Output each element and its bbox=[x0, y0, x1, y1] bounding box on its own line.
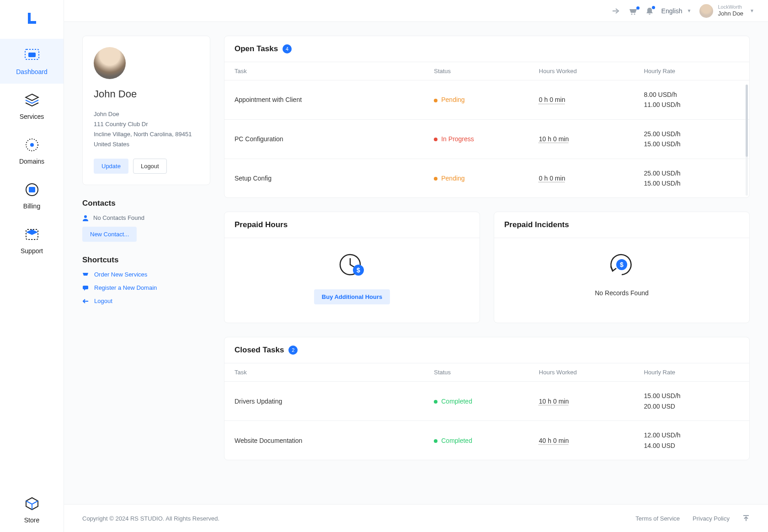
nav-label: Domains bbox=[19, 158, 44, 165]
new-contact-button[interactable]: New Contact... bbox=[82, 227, 137, 242]
nav-support[interactable]: Support bbox=[0, 218, 64, 263]
svg-point-7 bbox=[631, 13, 632, 15]
scroll-to-top-icon[interactable] bbox=[742, 515, 750, 522]
clock-money-icon: $ bbox=[338, 252, 366, 279]
nav-dashboard[interactable]: Dashboard bbox=[0, 39, 64, 84]
col-task: Task bbox=[224, 363, 424, 382]
person-icon bbox=[82, 215, 89, 221]
col-rate: Hourly Rate bbox=[634, 363, 749, 382]
terms-link[interactable]: Terms of Service bbox=[635, 515, 680, 522]
status-badge: In Progress bbox=[434, 135, 474, 143]
chevron-down-icon: ▼ bbox=[687, 8, 692, 13]
buy-hours-button[interactable]: Buy Additional Hours bbox=[314, 289, 390, 304]
table-row[interactable]: Setup Config Pending 0 h 0 min 25.00 USD… bbox=[224, 159, 749, 197]
hourly-rate: 25.00 USD/h15.00 USD/h bbox=[634, 119, 749, 159]
hourly-rate: 25.00 USD/h15.00 USD/h bbox=[634, 159, 749, 197]
sidebar: Dashboard Services Domains Billing Suppo bbox=[0, 0, 64, 532]
services-icon bbox=[24, 92, 40, 108]
logo bbox=[23, 9, 41, 27]
table-row[interactable]: Appointment with Client Pending 0 h 0 mi… bbox=[224, 80, 749, 120]
closed-tasks-count: 2 bbox=[288, 346, 298, 355]
prepaid-incidents-card: Prepaid Incidents $ No Records Found bbox=[494, 212, 750, 323]
nav-label: Billing bbox=[23, 202, 40, 210]
profile-address: John Doe 111 Country Club Dr Incline Vil… bbox=[94, 109, 199, 149]
col-rate: Hourly Rate bbox=[634, 62, 749, 80]
closed-tasks-card: Closed Tasks 2 Task Status Hours Worked … bbox=[224, 337, 750, 460]
share-icon[interactable] bbox=[612, 7, 620, 15]
col-status: Status bbox=[424, 363, 529, 382]
closed-tasks-title: Closed Tasks bbox=[235, 346, 284, 355]
svg-point-9 bbox=[84, 215, 87, 218]
status-badge: Pending bbox=[434, 175, 464, 182]
hours-worked: 0 h 0 min bbox=[539, 96, 565, 103]
table-row[interactable]: Website Documentation Completed 40 h 0 m… bbox=[224, 421, 749, 460]
shortcut-order-services[interactable]: Order New Services bbox=[82, 271, 210, 278]
billing-icon bbox=[24, 181, 40, 198]
user-org: LockWorth bbox=[718, 4, 743, 10]
nav-domains[interactable]: Domains bbox=[0, 128, 64, 173]
refresh-money-icon: $ bbox=[608, 252, 635, 279]
privacy-link[interactable]: Privacy Policy bbox=[693, 515, 730, 522]
hourly-rate: 15.00 USD/h20.00 USD bbox=[634, 382, 749, 421]
table-row[interactable]: Drivers Updating Completed 10 h 0 min 15… bbox=[224, 382, 749, 421]
svg-point-8 bbox=[634, 13, 635, 15]
user-name: John Doe bbox=[718, 10, 743, 17]
nav-store[interactable]: Store bbox=[0, 487, 64, 532]
hours-worked: 10 h 0 min bbox=[539, 135, 569, 143]
profile-name: John Doe bbox=[94, 88, 199, 100]
open-tasks-table: Task Status Hours Worked Hourly Rate App… bbox=[224, 62, 749, 197]
nav-label: Dashboard bbox=[16, 68, 48, 75]
store-icon bbox=[24, 495, 40, 512]
notification-dot bbox=[636, 6, 640, 10]
hourly-rate: 12.00 USD/h14.00 USD bbox=[634, 421, 749, 460]
chevron-down-icon: ▼ bbox=[750, 8, 754, 13]
svg-rect-10 bbox=[83, 286, 88, 289]
status-badge: Pending bbox=[434, 96, 464, 103]
prepaid-incidents-title: Prepaid Incidents bbox=[504, 220, 569, 229]
cart-icon bbox=[82, 272, 90, 277]
open-tasks-count: 4 bbox=[283, 44, 292, 53]
hourly-rate: 8.00 USD/h11.00 USD/h bbox=[634, 80, 749, 120]
notification-dot bbox=[652, 6, 655, 9]
nav-label: Support bbox=[21, 247, 43, 255]
back-arrow-icon bbox=[82, 298, 90, 304]
nav-label: Services bbox=[20, 113, 44, 120]
update-button[interactable]: Update bbox=[94, 159, 128, 174]
shortcuts-title: Shortcuts bbox=[82, 255, 210, 265]
nav-services[interactable]: Services bbox=[0, 84, 64, 128]
dashboard-icon bbox=[24, 47, 40, 64]
chat-icon bbox=[82, 285, 90, 291]
shortcut-logout[interactable]: Logout bbox=[82, 298, 210, 304]
cart-icon[interactable] bbox=[629, 7, 638, 15]
open-tasks-card: Open Tasks 4 Task Status Hours Worked Ho… bbox=[224, 36, 750, 198]
svg-text:$: $ bbox=[620, 261, 624, 268]
closed-tasks-table: Task Status Hours Worked Hourly Rate Dri… bbox=[224, 363, 749, 460]
copyright: Copyright © 2024 RS STUDIO. All Rights R… bbox=[82, 515, 219, 522]
support-icon bbox=[24, 226, 40, 243]
shortcut-register-domain[interactable]: Register a New Domain bbox=[82, 284, 210, 291]
language-selector[interactable]: English ▼ bbox=[661, 7, 692, 15]
svg-text:$: $ bbox=[357, 266, 360, 274]
col-task: Task bbox=[224, 62, 424, 80]
col-hours: Hours Worked bbox=[529, 62, 634, 80]
table-row[interactable]: PC Configuration In Progress 10 h 0 min … bbox=[224, 119, 749, 159]
domains-icon bbox=[24, 137, 40, 153]
logout-button[interactable]: Logout bbox=[133, 159, 167, 174]
nav-billing[interactable]: Billing bbox=[0, 173, 64, 218]
language-label: English bbox=[661, 7, 683, 15]
topbar: English ▼ LockWorth John Doe ▼ bbox=[64, 0, 768, 22]
profile-card: John Doe John Doe 111 Country Club Dr In… bbox=[82, 36, 210, 185]
bell-icon[interactable] bbox=[646, 7, 653, 15]
contacts-title: Contacts bbox=[82, 199, 210, 208]
scrollbar[interactable] bbox=[746, 85, 748, 196]
svg-rect-1 bbox=[28, 53, 36, 57]
status-badge: Completed bbox=[434, 398, 472, 405]
prepaid-hours-card: Prepaid Hours $ Buy Additional Hours bbox=[224, 212, 480, 323]
svg-point-3 bbox=[30, 143, 34, 147]
contacts-empty: No Contacts Found bbox=[82, 214, 210, 221]
profile-avatar bbox=[94, 47, 126, 79]
user-menu[interactable]: LockWorth John Doe ▼ bbox=[699, 4, 754, 18]
col-status: Status bbox=[424, 62, 529, 80]
hours-worked: 0 h 0 min bbox=[539, 175, 565, 182]
prepaid-hours-title: Prepaid Hours bbox=[235, 220, 288, 229]
